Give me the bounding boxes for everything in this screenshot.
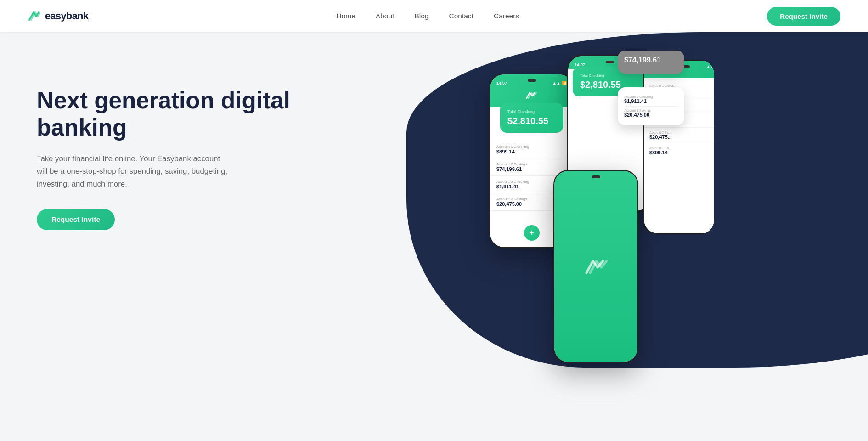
hero-title: Next generation digital banking (37, 87, 406, 141)
panel-card-white: Account 2 Checking $1,911.41 Account 2 S… (618, 87, 684, 125)
phone4-acc-5: Account 1 Ch... $899.14 (644, 143, 727, 158)
phone-3-screen (554, 171, 637, 362)
hero-request-invite-button[interactable]: Request Invite (37, 209, 115, 230)
nav-about[interactable]: About (376, 12, 395, 20)
phone-3 (553, 170, 638, 363)
panel-row-2: Account 2 Savings $20,475.00 (624, 107, 678, 120)
phone1-plus-button[interactable]: + (524, 225, 540, 241)
main-nav: Home About Blog Contact Careers (336, 12, 519, 20)
phone1-total-label: Total Checking (507, 109, 556, 114)
hero-subtitle: Take your financial life online. Your Ea… (37, 153, 230, 191)
nav-home[interactable]: Home (336, 12, 355, 20)
phone1-time: 14:07 (496, 81, 507, 85)
hero-visual: 14:07 ▲▲ 📶 (434, 32, 868, 432)
phone4-acc-4: Account 2 Sa... $20,475... (644, 128, 727, 143)
phone1-total-card: Total Checking $2,810.55 (500, 103, 563, 133)
nav-careers[interactable]: Careers (494, 12, 519, 20)
phone2-total-label: Total Checking (580, 74, 639, 78)
phone1-status-bar: 14:07 ▲▲ 📶 (490, 77, 573, 87)
header-request-invite-button[interactable]: Request Invite (767, 7, 840, 26)
phone1-account-1: Account 1 Checking $899.14 (490, 141, 573, 158)
logo-area: easybank (28, 10, 88, 23)
phone2-time: 14:07 (575, 62, 585, 67)
phone-4: 14:07 ▲▲ 📶 Account 1 Check... $899.14 Ac… (643, 60, 728, 234)
phone-4-screen: 14:07 ▲▲ 📶 Account 1 Check... $899.14 Ac… (644, 61, 727, 233)
panel-top-amount: $74,199.61 (624, 56, 678, 64)
phones-container: 14:07 ▲▲ 📶 (434, 32, 868, 432)
panel-card-gray: $74,199.61 (618, 51, 684, 74)
hero-content: Next generation digital banking Take you… (0, 32, 434, 258)
nav-contact[interactable]: Contact (449, 12, 473, 20)
panel-row-1: Account 2 Checking $1,911.41 (624, 93, 678, 107)
hero-section: Next generation digital banking Take you… (0, 0, 868, 441)
logo-icon (28, 10, 40, 23)
site-header: easybank Home About Blog Contact Careers… (0, 0, 868, 32)
nav-blog[interactable]: Blog (414, 12, 428, 20)
brand-name: easybank (45, 10, 88, 22)
phone3-green-screen (554, 171, 637, 362)
phone1-total-value: $2,810.55 (507, 116, 556, 126)
phone1-signal: ▲▲ 📶 (552, 81, 567, 85)
